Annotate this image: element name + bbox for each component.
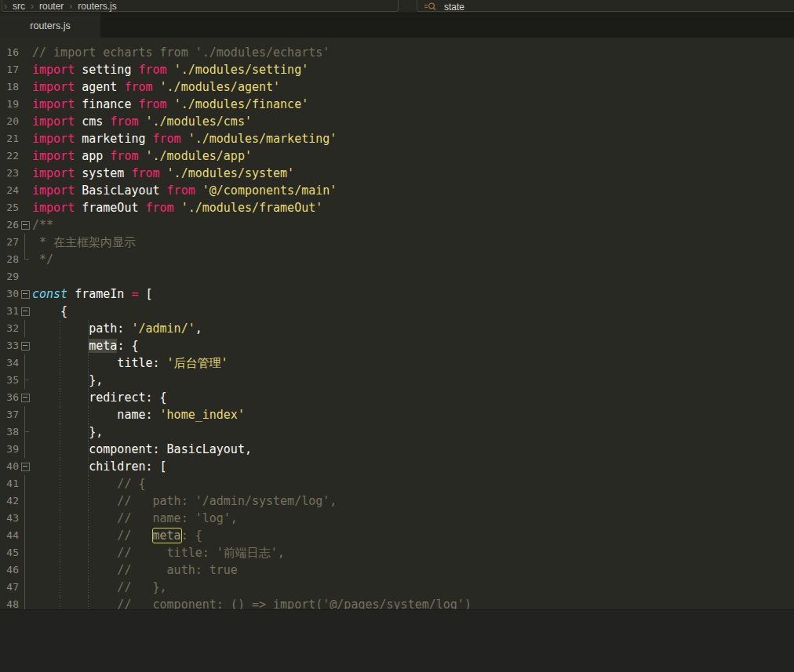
- tab-routers-js[interactable]: routers.js: [0, 13, 100, 38]
- line-number[interactable]: 30: [0, 285, 19, 303]
- line-number[interactable]: 42: [0, 492, 19, 510]
- code-line[interactable]: 35 },: [0, 372, 794, 389]
- line-number[interactable]: 31: [0, 303, 19, 320]
- line-number[interactable]: 47: [0, 579, 19, 596]
- line-number[interactable]: 22: [0, 147, 19, 165]
- code-line[interactable]: 37 name: 'home_index': [0, 406, 794, 423]
- fold-toggle-icon[interactable]: [19, 285, 31, 303]
- line-number[interactable]: 45: [0, 544, 19, 561]
- code-line[interactable]: 24import BasicLayout from '@/components/…: [0, 182, 794, 199]
- line-number[interactable]: 46: [0, 561, 19, 579]
- code-line[interactable]: 18import agent from './modules/agent': [0, 78, 794, 96]
- code-line[interactable]: 42 // path: '/admin/system/log',: [0, 492, 794, 510]
- fold-toggle-icon[interactable]: [19, 458, 31, 475]
- code-line[interactable]: 39 component: BasicLayout,: [0, 441, 794, 458]
- code-line[interactable]: 28 */: [0, 251, 794, 268]
- line-number[interactable]: 19: [0, 96, 19, 113]
- code-line[interactable]: 46 // auth: true: [0, 561, 794, 579]
- fold-guide: [19, 475, 31, 492]
- gutter: 38: [0, 423, 31, 441]
- search-value[interactable]: state: [444, 2, 464, 13]
- line-number[interactable]: 26: [0, 216, 19, 234]
- line-number[interactable]: 39: [0, 441, 19, 458]
- breadcrumb: ›src›router›routers.js: [0, 1, 117, 13]
- code-content: import app from './modules/app': [31, 147, 794, 165]
- code-token: from: [124, 80, 152, 94]
- code-line[interactable]: 43 // name: 'log',: [0, 510, 794, 527]
- line-number[interactable]: 18: [0, 78, 19, 96]
- code-line[interactable]: 32 path: '/admin/',: [0, 320, 794, 337]
- code-line[interactable]: 45 // title: '前端日志',: [0, 544, 794, 561]
- fold-guide: [19, 96, 31, 113]
- line-number[interactable]: 35: [0, 372, 19, 389]
- fold-guide: [19, 354, 31, 372]
- fold-toggle-icon[interactable]: [19, 389, 31, 406]
- code-token: [138, 114, 145, 129]
- breadcrumb-item[interactable]: routers.js: [78, 1, 116, 12]
- code-line[interactable]: 40 children: [: [0, 458, 794, 475]
- code-editor[interactable]: 16// import echarts from './modules/echa…: [0, 38, 794, 609]
- line-number[interactable]: 21: [0, 130, 19, 147]
- code-line[interactable]: 48 // component: () => import('@/pages/s…: [0, 596, 794, 609]
- line-number[interactable]: 40: [0, 458, 19, 475]
- code-line[interactable]: 26/**: [0, 216, 794, 234]
- code-line[interactable]: 31 {: [0, 303, 794, 320]
- search-box[interactable]: state: [424, 0, 464, 13]
- code-token: from: [146, 201, 174, 215]
- code-token: [167, 97, 174, 111]
- line-number[interactable]: 37: [0, 406, 19, 423]
- line-number[interactable]: 24: [0, 182, 19, 199]
- search-input[interactable]: [417, 0, 794, 12]
- fold-toggle-icon[interactable]: [19, 337, 31, 354]
- code-token: children: [: [32, 460, 167, 474]
- code-token: // auth: true: [32, 563, 238, 577]
- line-number[interactable]: 25: [0, 199, 19, 216]
- breadcrumb-item[interactable]: src: [13, 1, 25, 12]
- code-line[interactable]: 22import app from './modules/app': [0, 147, 794, 165]
- gutter: 46: [0, 561, 31, 579]
- code-line[interactable]: 19import finance from './modules/finance…: [0, 96, 794, 113]
- line-number[interactable]: 48: [0, 596, 19, 609]
- code-line[interactable]: 23import system from './modules/system': [0, 165, 794, 182]
- gutter: 42: [0, 492, 31, 510]
- code-line[interactable]: 20import cms from './modules/cms': [0, 113, 794, 130]
- line-number[interactable]: 43: [0, 510, 19, 527]
- line-number[interactable]: 29: [0, 268, 19, 285]
- code-token: app: [75, 149, 110, 163]
- line-number[interactable]: 34: [0, 354, 19, 372]
- code-line[interactable]: 34 title: '后台管理': [0, 354, 794, 372]
- code-line[interactable]: 47 // },: [0, 579, 794, 596]
- code-line[interactable]: 25import frameOut from './modules/frameO…: [0, 199, 794, 216]
- code-token: 'home_index': [160, 408, 245, 422]
- code-line[interactable]: 17import setting from './modules/setting…: [0, 61, 794, 78]
- code-content: // component: () => import('@/pages/syst…: [31, 596, 794, 609]
- line-number[interactable]: 41: [0, 475, 19, 492]
- line-number[interactable]: 27: [0, 234, 19, 251]
- gutter: 25: [0, 199, 31, 216]
- code-line[interactable]: 29: [0, 268, 794, 285]
- code-line[interactable]: 44 // meta: {: [0, 527, 794, 544]
- gutter: 37: [0, 406, 31, 423]
- line-number[interactable]: 16: [0, 44, 19, 61]
- code-line[interactable]: 16// import echarts from './modules/echa…: [0, 44, 794, 61]
- code-line[interactable]: 36 redirect: {: [0, 389, 794, 406]
- line-number[interactable]: 36: [0, 389, 19, 406]
- line-number[interactable]: 44: [0, 527, 19, 544]
- fold-toggle-icon[interactable]: [19, 216, 31, 234]
- breadcrumb-item[interactable]: router: [39, 1, 64, 12]
- code-line[interactable]: 30const frameIn = [: [0, 285, 794, 303]
- line-number[interactable]: 28: [0, 251, 19, 268]
- code-line[interactable]: 38 },: [0, 423, 794, 441]
- line-number[interactable]: 17: [0, 61, 19, 78]
- code-line[interactable]: 33 meta: {: [0, 337, 794, 354]
- line-number[interactable]: 33: [0, 337, 19, 354]
- line-number[interactable]: 32: [0, 320, 19, 337]
- fold-toggle-icon[interactable]: [19, 303, 31, 320]
- code-line[interactable]: 41 // {: [0, 475, 794, 492]
- code-line[interactable]: 27 * 在主框架内显示: [0, 234, 794, 251]
- code-line[interactable]: 21import marketing from './modules/marke…: [0, 130, 794, 147]
- line-number[interactable]: 38: [0, 423, 19, 441]
- code-content: // },: [31, 579, 794, 596]
- line-number[interactable]: 23: [0, 165, 19, 182]
- line-number[interactable]: 20: [0, 113, 19, 130]
